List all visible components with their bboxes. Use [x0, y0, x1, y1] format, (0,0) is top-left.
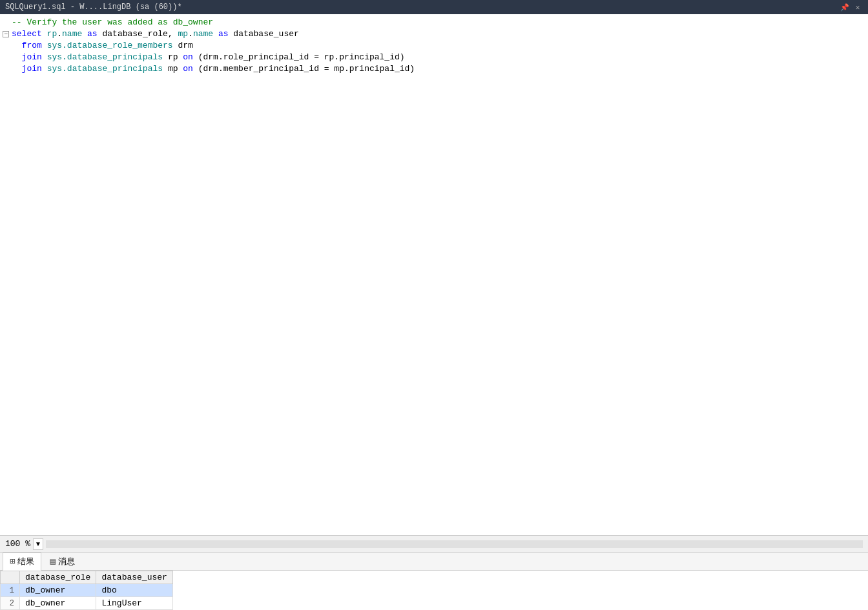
line-content: select rp.name as database_role, mp.name… — [12, 28, 865, 40]
table-row[interactable]: 1db_ownerdbo — [1, 584, 173, 597]
token-plain — [42, 52, 47, 62]
results-table: database_roledatabase_user1db_ownerdbo2d… — [0, 571, 173, 610]
token-plain — [42, 64, 47, 74]
horizontal-scrollbar[interactable] — [46, 540, 863, 548]
token-keyword: join — [22, 52, 42, 62]
tab-results[interactable]: ⊞结果 — [3, 553, 41, 571]
collapse-icon[interactable]: − — [3, 31, 9, 37]
col-header-database_user: database_user — [96, 571, 172, 584]
title-bar-text: SQLQuery1.sql - W....LingDB (sa (60))* — [5, 3, 837, 12]
token-keyword: on — [183, 64, 193, 74]
token-keyword: from — [22, 41, 42, 50]
token-object: name — [62, 29, 82, 39]
tab-label-results: 结果 — [17, 556, 34, 567]
token-object: sys.database_principals — [47, 52, 163, 62]
token-plain: (drm.role_principal_id = rp.principal_id… — [193, 52, 405, 62]
token-plain: database_role, — [98, 29, 178, 39]
token-object: mp — [178, 29, 189, 39]
token-plain: rp — [163, 52, 183, 62]
token-plain — [12, 52, 22, 62]
token-plain: (drm.member_principal_id = mp.principal_… — [193, 64, 415, 74]
results-panel: ⊞结果▤消息 database_roledatabase_user1db_own… — [0, 552, 868, 610]
pin-button[interactable]: 📌 — [840, 2, 850, 12]
col-header-database_role: database_role — [20, 571, 96, 584]
token-object: rp — [47, 29, 57, 39]
tab-label-messages: 消息 — [58, 556, 75, 567]
token-plain — [213, 29, 218, 39]
code-editor[interactable]: -- Verify the user was added as db_owner… — [0, 14, 868, 535]
line-content: -- Verify the user was added as db_owner — [12, 17, 865, 28]
token-plain — [42, 41, 47, 50]
token-plain: mp — [163, 64, 183, 74]
line-indicator: − — [3, 28, 12, 40]
line-content: from sys.database_role_members drm — [12, 40, 865, 52]
code-line: join sys.database_principals mp on (drm.… — [0, 63, 868, 75]
tab-icon-results: ⊞ — [10, 556, 15, 567]
token-plain: drm — [173, 41, 193, 50]
code-line: from sys.database_role_members drm — [0, 40, 868, 52]
code-line: -- Verify the user was added as db_owner — [0, 17, 868, 28]
tab-icon-messages: ▤ — [50, 556, 55, 567]
token-object: sys.database_principals — [47, 64, 163, 74]
token-keyword: join — [22, 64, 42, 74]
token-plain — [12, 64, 22, 74]
token-plain: database_user — [229, 29, 299, 39]
line-content: join sys.database_principals rp on (drm.… — [12, 52, 865, 63]
close-button[interactable]: ✕ — [852, 2, 863, 12]
token-keyword: on — [183, 52, 193, 62]
token-plain — [82, 29, 87, 39]
cell-database_user: dbo — [96, 584, 172, 597]
token-object: name — [193, 29, 213, 39]
token-object: sys.database_role_members — [47, 41, 173, 50]
zoom-dropdown[interactable]: ▼ — [33, 538, 43, 550]
row-number: 1 — [1, 584, 20, 597]
title-bar: SQLQuery1.sql - W....LingDB (sa (60))* 📌… — [0, 0, 868, 14]
token-comment: -- Verify the user was added as db_owner — [12, 17, 213, 27]
results-tabs-bar: ⊞结果▤消息 — [0, 553, 868, 571]
status-bar: 100 % ▼ — [0, 535, 868, 552]
line-content: join sys.database_principals mp on (drm.… — [12, 63, 865, 75]
code-line: join sys.database_principals rp on (drm.… — [0, 52, 868, 63]
token-plain: . — [57, 29, 62, 39]
col-header-rownum — [1, 571, 20, 584]
token-keyword: as — [218, 29, 229, 39]
cell-database_user: LingUser — [96, 597, 172, 610]
row-number: 2 — [1, 597, 20, 610]
token-plain: . — [188, 29, 193, 39]
token-plain — [12, 41, 22, 50]
token-keyword: as — [87, 29, 98, 39]
code-line: −select rp.name as database_role, mp.nam… — [0, 28, 868, 40]
results-table-wrapper[interactable]: database_roledatabase_user1db_ownerdbo2d… — [0, 571, 868, 610]
table-row[interactable]: 2db_ownerLingUser — [1, 597, 173, 610]
cell-database_role: db_owner — [20, 597, 96, 610]
tab-messages[interactable]: ▤消息 — [43, 553, 81, 571]
cell-database_role: db_owner — [20, 584, 96, 597]
editor-area: -- Verify the user was added as db_owner… — [0, 14, 868, 535]
token-keyword: select — [12, 29, 47, 39]
zoom-level: 100 % — [5, 539, 30, 549]
